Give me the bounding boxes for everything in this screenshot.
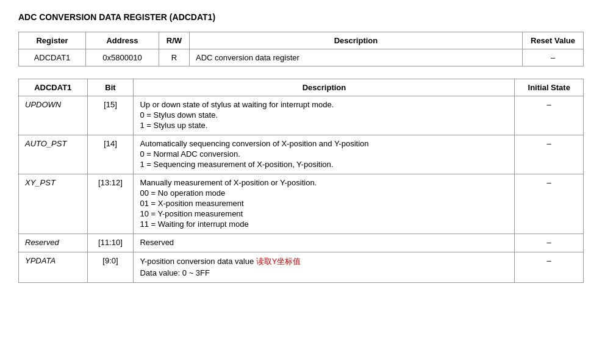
bit-name: XY_PST: [19, 174, 88, 234]
top-header-rw: R/W: [159, 32, 190, 49]
bit-description: Up or down state of stylus at waiting fo…: [134, 96, 515, 135]
initial-state: –: [515, 96, 584, 135]
main-header-initial: Initial State: [515, 79, 584, 96]
description-line: 0 = Stylus down state.: [140, 110, 508, 120]
description-line: 11 = Waiting for interrupt mode: [140, 219, 508, 229]
bit-range: [11:10]: [87, 234, 134, 252]
table-row: YPDATA[9:0]Y-position conversion data va…: [19, 252, 584, 283]
bit-range: [14]: [87, 135, 134, 174]
bit-name: Reserved: [19, 234, 88, 252]
bit-description: Y-position conversion data value 读取Y坐标值D…: [134, 252, 515, 283]
table-row: UPDOWN[15]Up or down state of stylus at …: [19, 96, 584, 135]
bit-name: UPDOWN: [19, 96, 88, 135]
top-address: 0x5800010: [86, 49, 159, 66]
bit-name: AUTO_PST: [19, 135, 88, 174]
top-header-reset: Reset Value: [523, 32, 584, 49]
main-header-bit: Bit: [87, 79, 134, 96]
bit-description: Reserved: [134, 234, 515, 252]
top-header-register: Register: [19, 32, 86, 49]
description-line: Y-position conversion data value 读取Y坐标值: [140, 256, 508, 267]
description-line: 10 = Y-position measurement: [140, 209, 508, 218]
description-line: 1 = Stylus up state.: [140, 121, 508, 130]
bit-description: Manually measurement of X-position or Y-…: [134, 174, 515, 234]
initial-state: –: [515, 234, 584, 252]
bit-range: [13:12]: [87, 174, 134, 234]
bit-name: YPDATA: [19, 252, 88, 283]
top-register: ADCDAT1: [19, 49, 86, 66]
description-line: Reserved: [140, 238, 508, 247]
description-line: Data value: 0 ~ 3FF: [140, 268, 508, 277]
description-line: Automatically sequencing conversion of X…: [140, 139, 508, 148]
top-header-desc: Description: [190, 32, 523, 49]
table-row: AUTO_PST[14]Automatically sequencing con…: [19, 135, 584, 174]
table-row: Reserved[11:10]Reserved–: [19, 234, 584, 252]
initial-state: –: [515, 174, 584, 234]
initial-state: –: [515, 135, 584, 174]
bit-description: Automatically sequencing conversion of X…: [134, 135, 515, 174]
bit-range: [9:0]: [87, 252, 134, 283]
annotation-text: 读取Y坐标值: [254, 257, 301, 266]
description-line: 1 = Sequencing measurement of X-position…: [140, 160, 508, 169]
page-title: ADC CONVERSION DATA REGISTER (ADCDAT1): [18, 12, 584, 22]
main-header-name: ADCDAT1: [19, 79, 88, 96]
description-line: 0 = Normal ADC conversion.: [140, 149, 508, 159]
bit-range: [15]: [87, 96, 134, 135]
table-row: XY_PST[13:12]Manually measurement of X-p…: [19, 174, 584, 234]
top-table-row: ADCDAT1 0x5800010 R ADC conversion data …: [19, 49, 584, 66]
main-header-desc: Description: [134, 79, 515, 96]
description-line: 00 = No operation mode: [140, 188, 508, 198]
description-line: Up or down state of stylus at waiting fo…: [140, 100, 508, 109]
top-header-address: Address: [86, 32, 159, 49]
top-description: ADC conversion data register: [190, 49, 523, 66]
initial-state: –: [515, 252, 584, 283]
top-rw: R: [159, 49, 190, 66]
description-line: Manually measurement of X-position or Y-…: [140, 178, 508, 187]
top-reset: –: [523, 49, 584, 66]
description-line: 01 = X-position measurement: [140, 199, 508, 208]
